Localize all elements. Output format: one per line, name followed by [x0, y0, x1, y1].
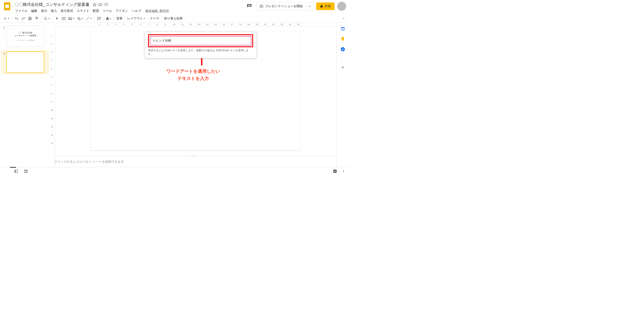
grid-view-button[interactable]	[23, 169, 28, 174]
menu-edit[interactable]: 編集	[30, 8, 39, 14]
slide-thumb-2[interactable]: 2	[1, 50, 49, 74]
comments-button[interactable]	[245, 2, 254, 11]
input-method-button[interactable]: あ▼	[105, 16, 112, 22]
menu-file[interactable]: ファイル	[14, 8, 29, 14]
line-tool[interactable]: ▼	[85, 16, 93, 22]
print-button[interactable]	[27, 16, 33, 22]
calendar-icon[interactable]: 31	[340, 26, 346, 31]
menu-view[interactable]: 表示	[39, 8, 49, 14]
menu-arrange[interactable]: 配置	[91, 8, 100, 14]
menu-insert[interactable]: 挿入	[49, 8, 58, 14]
textbox-tool[interactable]	[60, 16, 67, 22]
layout-button[interactable]: レイアウト▼	[126, 16, 146, 22]
side-panel-toggle[interactable]	[341, 169, 346, 174]
transition-button[interactable]: 切り替え効果	[163, 16, 184, 22]
svg-rect-23	[26, 170, 28, 171]
annotation-highlight-box	[148, 34, 253, 47]
slide-canvas[interactable]: 保存するには Enter キーを使用します。複数行の場合は Shift+Ente…	[90, 32, 300, 150]
new-slide-button[interactable]: ▼	[2, 16, 10, 22]
thumb-1-subtitle: △△コンサルティング株式会社	[16, 39, 35, 42]
present-label: プレゼンテーションを開始	[265, 4, 303, 8]
slide-thumb-1[interactable]: 1 〇〇株式会社様 コンサルティング提案書 △△コンサルティング株式会社	[2, 26, 48, 47]
ruler-horizontal: 1 2 3 4 5 6 7 8 9 10 11 12 13 14 15 16 1…	[55, 23, 336, 27]
menu-help[interactable]: ヘルプ	[130, 8, 143, 14]
menu-tools[interactable]: ツール	[101, 8, 114, 14]
toolbar: ▼ ▼ ▼ ▼ ▼ あ▼ 背景 レイアウト▼ テーマ 切り替え効果	[0, 14, 349, 23]
present-dropdown[interactable]	[306, 3, 312, 9]
doc-title[interactable]: 〇〇株式会社様_コンサルティング提案書	[14, 1, 91, 8]
annotation-text: ワードアートを適用したい テキストを入力	[166, 68, 220, 82]
svg-rect-20	[14, 170, 15, 173]
header: 〇〇株式会社様_コンサルティング提案書 ファイル 編集 表示 挿入 表示形式 ス…	[0, 0, 349, 14]
explore-button[interactable]	[332, 169, 338, 174]
keep-icon[interactable]	[340, 36, 346, 42]
wordart-dialog: 保存するには Enter キーを使用します。複数行の場合は Shift+Ente…	[145, 32, 256, 58]
image-tool[interactable]: ▼	[67, 16, 76, 22]
svg-rect-25	[26, 171, 28, 173]
svg-rect-24	[24, 171, 26, 173]
slides-app-icon[interactable]	[3, 2, 12, 11]
menu-slide[interactable]: スライド	[75, 8, 91, 14]
comment-add-button[interactable]	[96, 16, 102, 22]
svg-point-13	[78, 17, 80, 19]
zoom-button[interactable]: ▼	[43, 16, 51, 22]
account-avatar[interactable]	[337, 2, 346, 11]
menu-addons[interactable]: アドオン	[114, 8, 130, 14]
svg-rect-1	[5, 5, 9, 8]
menubar: ファイル 編集 表示 挿入 表示形式 スライド 配置 ツール アドオン ヘルプ …	[14, 8, 245, 14]
theme-button[interactable]: テーマ	[149, 16, 160, 22]
share-button[interactable]: 共有	[316, 3, 334, 10]
background-button[interactable]: 背景	[116, 16, 124, 22]
svg-point-9	[44, 17, 46, 19]
thumb-1-title-l2: コンサルティング提案書	[14, 34, 36, 37]
svg-text:31: 31	[342, 28, 344, 30]
svg-rect-4	[320, 6, 322, 8]
wordart-hint: 保存するには Enter キーを使用します。複数行の場合は Shift+Ente…	[148, 49, 253, 56]
filmstrip: 1 〇〇株式会社様 コンサルティング提案書 △△コンサルティング株式会社 2	[0, 23, 50, 167]
wordart-input[interactable]	[150, 36, 251, 46]
addons-plus-icon[interactable]	[340, 65, 346, 70]
svg-rect-8	[36, 17, 37, 18]
side-panel: 31	[336, 23, 349, 167]
paint-format-button[interactable]	[34, 16, 40, 22]
cloud-status-icon[interactable]	[104, 3, 108, 7]
last-edit[interactable]: 最終編集: 数秒前	[145, 9, 169, 13]
move-icon[interactable]	[98, 3, 102, 7]
shape-tool[interactable]: ▼	[76, 16, 84, 22]
svg-rect-22	[24, 170, 26, 171]
share-label: 共有	[325, 4, 331, 8]
collapse-toolbar-button[interactable]	[340, 16, 346, 22]
speaker-notes[interactable]: クリックするとスピーカー ノートを追加できます	[50, 157, 336, 167]
star-icon[interactable]	[92, 3, 96, 7]
tasks-icon[interactable]	[340, 47, 346, 52]
select-tool[interactable]	[54, 16, 60, 22]
filmstrip-view-button[interactable]	[14, 169, 19, 174]
thumb-1-title-l1: 〇〇株式会社様	[18, 31, 32, 34]
undo-button[interactable]	[14, 16, 20, 22]
menu-format[interactable]: 表示形式	[59, 8, 75, 14]
svg-rect-21	[16, 170, 18, 173]
canvas-area: 1 2 3 4 5 6 7 8 9 10 11 12 13 14 1 2 3 4…	[50, 23, 336, 167]
svg-rect-18	[342, 40, 344, 41]
present-button[interactable]: プレゼンテーションを開始	[256, 2, 314, 10]
redo-button[interactable]	[20, 16, 26, 22]
bottombar	[0, 167, 349, 175]
